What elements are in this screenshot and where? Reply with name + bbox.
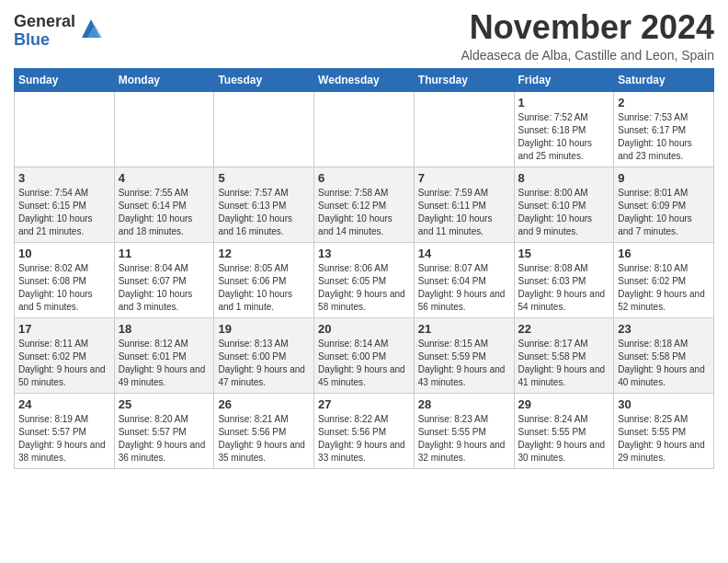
cell-content: Sunrise: 7:58 AMSunset: 6:12 PMDaylight:… [318,187,410,238]
calendar-cell: 12Sunrise: 8:05 AMSunset: 6:06 PMDayligh… [214,242,314,317]
cell-content: Sunrise: 8:18 AMSunset: 5:58 PMDaylight:… [618,338,710,389]
cell-content: Sunrise: 8:19 AMSunset: 5:57 PMDaylight:… [18,413,110,465]
day-number: 22 [518,322,610,336]
calendar-cell: 9Sunrise: 8:01 AMSunset: 6:09 PMDaylight… [614,167,714,242]
calendar-cell: 7Sunrise: 7:59 AMSunset: 6:11 PMDaylight… [414,167,514,242]
day-number: 26 [218,397,310,411]
cell-content: Sunrise: 8:11 AMSunset: 6:02 PMDaylight:… [18,338,110,389]
cell-content: Sunrise: 8:10 AMSunset: 6:02 PMDaylight:… [618,262,710,314]
calendar-cell: 22Sunrise: 8:17 AMSunset: 5:58 PMDayligh… [514,317,614,393]
calendar-cell [314,91,415,167]
calendar-cell: 24Sunrise: 8:19 AMSunset: 5:57 PMDayligh… [15,393,115,468]
location-subtitle: Aldeaseca de Alba, Castille and Leon, Sp… [461,48,714,63]
calendar-cell: 13Sunrise: 8:06 AMSunset: 6:05 PMDayligh… [314,242,415,317]
cell-content: Sunrise: 8:02 AMSunset: 6:08 PMDaylight:… [18,262,110,314]
cell-content: Sunrise: 7:59 AMSunset: 6:11 PMDaylight:… [418,187,510,238]
calendar-cell: 25Sunrise: 8:20 AMSunset: 5:57 PMDayligh… [114,393,214,468]
title-area: November 2024 Aldeaseca de Alba, Castill… [461,9,714,63]
cell-content: Sunrise: 8:05 AMSunset: 6:06 PMDaylight:… [218,262,310,314]
day-number: 12 [218,247,310,260]
cell-content: Sunrise: 7:55 AMSunset: 6:14 PMDaylight:… [119,187,210,238]
day-number: 18 [119,322,210,336]
day-number: 20 [318,322,410,336]
calendar-week-row: 24Sunrise: 8:19 AMSunset: 5:57 PMDayligh… [15,393,714,468]
day-number: 3 [18,171,110,185]
calendar-cell: 27Sunrise: 8:22 AMSunset: 5:56 PMDayligh… [314,393,415,468]
page: General Blue November 2024 Aldeaseca de … [0,0,728,483]
calendar-cell: 5Sunrise: 7:57 AMSunset: 6:13 PMDaylight… [214,167,314,242]
cell-content: Sunrise: 8:12 AMSunset: 6:01 PMDaylight:… [119,338,210,389]
calendar-cell: 26Sunrise: 8:21 AMSunset: 5:56 PMDayligh… [214,393,314,468]
day-number: 29 [518,397,610,411]
calendar-cell: 3Sunrise: 7:54 AMSunset: 6:15 PMDaylight… [15,167,115,242]
day-number: 15 [518,247,610,260]
day-number: 14 [418,247,510,260]
cell-content: Sunrise: 8:06 AMSunset: 6:05 PMDaylight:… [318,262,410,314]
cell-content: Sunrise: 8:17 AMSunset: 5:58 PMDaylight:… [518,338,610,389]
calendar-cell: 4Sunrise: 7:55 AMSunset: 6:14 PMDaylight… [114,167,214,242]
day-number: 24 [18,397,110,411]
cell-content: Sunrise: 8:15 AMSunset: 5:59 PMDaylight:… [418,338,510,389]
calendar-header: SundayMondayTuesdayWednesdayThursdayFrid… [15,68,714,91]
logo-blue: Blue [14,31,75,50]
cell-content: Sunrise: 8:22 AMSunset: 5:56 PMDaylight:… [318,413,410,465]
weekday-header-row: SundayMondayTuesdayWednesdayThursdayFrid… [15,68,714,91]
day-number: 27 [318,397,410,411]
calendar-cell: 10Sunrise: 8:02 AMSunset: 6:08 PMDayligh… [15,242,115,317]
weekday-header-monday: Monday [114,68,214,91]
calendar-cell: 15Sunrise: 8:08 AMSunset: 6:03 PMDayligh… [514,242,614,317]
calendar-cell [214,91,314,167]
cell-content: Sunrise: 8:13 AMSunset: 6:00 PMDaylight:… [218,338,310,389]
cell-content: Sunrise: 8:01 AMSunset: 6:09 PMDaylight:… [618,187,710,238]
day-number: 5 [218,171,310,185]
day-number: 23 [618,322,710,336]
cell-content: Sunrise: 8:20 AMSunset: 5:57 PMDaylight:… [119,413,210,465]
weekday-header-friday: Friday [514,68,614,91]
calendar-week-row: 1Sunrise: 7:52 AMSunset: 6:18 PMDaylight… [15,91,714,167]
calendar-cell: 6Sunrise: 7:58 AMSunset: 6:12 PMDaylight… [314,167,415,242]
month-title: November 2024 [461,9,714,46]
weekday-header-saturday: Saturday [614,68,714,91]
calendar-cell: 28Sunrise: 8:23 AMSunset: 5:55 PMDayligh… [414,393,514,468]
weekday-header-tuesday: Tuesday [214,68,314,91]
weekday-header-thursday: Thursday [414,68,514,91]
logo-icon [78,16,104,41]
day-number: 8 [518,171,610,185]
calendar-cell: 29Sunrise: 8:24 AMSunset: 5:55 PMDayligh… [514,393,614,468]
cell-content: Sunrise: 7:54 AMSunset: 6:15 PMDaylight:… [18,187,110,238]
calendar-cell: 11Sunrise: 8:04 AMSunset: 6:07 PMDayligh… [114,242,214,317]
weekday-header-sunday: Sunday [15,68,115,91]
cell-content: Sunrise: 8:00 AMSunset: 6:10 PMDaylight:… [518,187,610,238]
day-number: 16 [618,247,710,260]
day-number: 28 [418,397,510,411]
logo-text: General Blue [14,13,75,50]
calendar-cell: 30Sunrise: 8:25 AMSunset: 5:55 PMDayligh… [614,393,714,468]
weekday-header-wednesday: Wednesday [314,68,415,91]
cell-content: Sunrise: 8:14 AMSunset: 6:00 PMDaylight:… [318,338,410,389]
calendar-body: 1Sunrise: 7:52 AMSunset: 6:18 PMDaylight… [15,91,714,468]
cell-content: Sunrise: 8:07 AMSunset: 6:04 PMDaylight:… [418,262,510,314]
calendar-cell [15,91,115,167]
day-number: 11 [119,247,210,260]
calendar-cell: 19Sunrise: 8:13 AMSunset: 6:00 PMDayligh… [214,317,314,393]
calendar-cell: 18Sunrise: 8:12 AMSunset: 6:01 PMDayligh… [114,317,214,393]
cell-content: Sunrise: 8:23 AMSunset: 5:55 PMDaylight:… [418,413,510,465]
header: General Blue November 2024 Aldeaseca de … [14,9,714,63]
cell-content: Sunrise: 8:24 AMSunset: 5:55 PMDaylight:… [518,413,610,465]
cell-content: Sunrise: 7:57 AMSunset: 6:13 PMDaylight:… [218,187,310,238]
day-number: 25 [119,397,210,411]
calendar-cell: 2Sunrise: 7:53 AMSunset: 6:17 PMDaylight… [614,91,714,167]
day-number: 10 [18,247,110,260]
day-number: 13 [318,247,410,260]
calendar-cell: 20Sunrise: 8:14 AMSunset: 6:00 PMDayligh… [314,317,415,393]
cell-content: Sunrise: 7:53 AMSunset: 6:17 PMDaylight:… [618,111,710,163]
calendar-cell: 14Sunrise: 8:07 AMSunset: 6:04 PMDayligh… [414,242,514,317]
day-number: 30 [618,397,710,411]
calendar-cell: 16Sunrise: 8:10 AMSunset: 6:02 PMDayligh… [614,242,714,317]
day-number: 2 [618,96,710,109]
calendar-cell [114,91,214,167]
day-number: 1 [518,96,610,109]
cell-content: Sunrise: 8:21 AMSunset: 5:56 PMDaylight:… [218,413,310,465]
day-number: 21 [418,322,510,336]
day-number: 17 [18,322,110,336]
